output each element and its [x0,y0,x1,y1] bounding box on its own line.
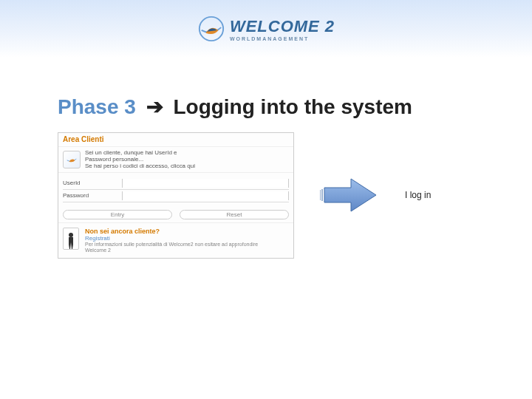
register-section: Non sei ancora cliente? Registrati Per i… [58,223,293,258]
login-panel: Area Clienti Sei un cliente, dunque hai … [58,132,294,259]
person-icon [63,228,79,250]
login-fields: UserId Password [58,173,293,207]
userid-input[interactable] [122,179,289,188]
globe-icon [63,151,81,168]
page-title: Phase 3 ➔ Logging into the system [58,95,532,119]
userid-label: UserId [63,180,115,186]
register-link[interactable]: Registrati [85,235,258,242]
login-desc-row: Sei un cliente, dunque hai UserId e Pass… [58,147,293,173]
login-desc3: Se hai perso i codici di accesso, clicca… [85,163,195,169]
login-header: Area Clienti [58,133,293,147]
login-desc: Sei un cliente, dunque hai UserId e Pass… [85,149,195,170]
entry-button[interactable]: Entry [63,210,172,219]
content-row: Area Clienti Sei un cliente, dunque hai … [0,132,532,259]
login-buttons: Entry Reset [58,207,293,223]
userid-row: UserId [63,177,289,190]
password-row: Password [63,190,289,202]
login-desc1: Sei un cliente, dunque hai UserId e [85,149,195,156]
title-rest: Logging into the system [173,95,412,118]
logo-line1: WELCOME 2 [230,17,335,35]
register-text: Non sei ancora cliente? Registrati Per i… [85,228,258,253]
arrow-right-icon: ➔ [142,95,168,118]
register-desc2: Welcome 2 [85,248,258,253]
login-desc2: Password personale... [85,156,195,163]
logo-icon [197,15,225,43]
logo: WELCOME 2 WORLDMANAGEMENT [197,15,335,43]
register-desc1: Per informazioni sulle potenzialità di W… [85,242,258,248]
password-input[interactable] [122,191,289,200]
logo-text: WELCOME 2 WORLDMANAGEMENT [230,17,335,41]
register-question: Non sei ancora cliente? [85,228,258,235]
title-phase: Phase 3 [58,95,136,118]
password-label: Password [63,192,115,199]
callout-arrow-icon [320,177,379,214]
header-band: WELCOME 2 WORLDMANAGEMENT [0,0,532,58]
logo-line2: WORLDMANAGEMENT [230,36,335,41]
login-title: Area Clienti [63,135,104,143]
reset-button[interactable]: Reset [180,210,289,219]
annotation-text: I log in [405,190,431,200]
svg-point-1 [69,233,73,237]
